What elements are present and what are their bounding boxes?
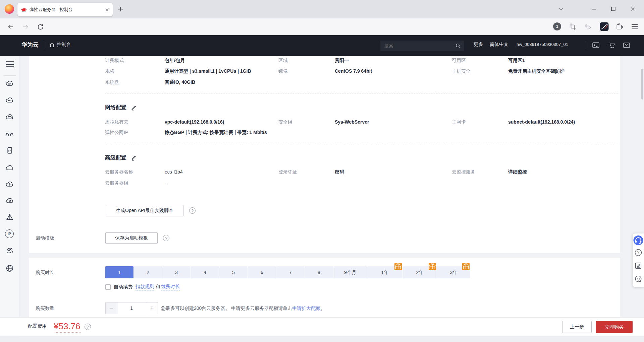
duration-option-6m[interactable]: 6 — [248, 266, 276, 278]
cart-icon[interactable] — [608, 42, 615, 49]
forward-icon[interactable] — [22, 23, 29, 30]
header-search[interactable] — [380, 41, 464, 51]
account-id[interactable]: hw_008618750930307_01 — [517, 42, 568, 47]
duration-option-1m[interactable]: 1 — [105, 266, 133, 278]
sidebar-item-identity-users[interactable] — [5, 246, 14, 256]
sidebar-item-cloud-dots[interactable] — [5, 96, 14, 105]
sidebar-item-elastic-ip[interactable]: IP — [5, 229, 14, 238]
window-close-button[interactable] — [630, 7, 635, 11]
duration-option-1y[interactable]: 1年 — [367, 266, 402, 278]
tab-title: 弹性云服务器 - 控制台 — [30, 7, 102, 13]
launch-template-help-icon[interactable]: ? — [163, 235, 169, 241]
tab-close-icon[interactable] — [105, 7, 109, 12]
config-summary-card: 计费模式 包年/包月 区域 贵阳一 可用区 可用区1 规格 通用计算型 | s3… — [29, 56, 620, 253]
quantity-increase-button[interactable]: + — [146, 302, 158, 314]
duration-options: 1 2 3 4 5 6 7 8 9个月 1年 2年 3年 — [105, 266, 471, 278]
duration-option-4m[interactable]: 4 — [191, 266, 219, 278]
extension-badge[interactable]: 1 — [553, 22, 561, 30]
edit-advanced-icon[interactable] — [131, 155, 137, 161]
autorenew-checkbox[interactable] — [105, 284, 111, 290]
edit-network-icon[interactable] — [131, 105, 137, 111]
deduction-rules-link[interactable]: 扣款规则 — [136, 284, 154, 290]
field-label: 可用区 — [452, 57, 466, 64]
duration-option-7m[interactable]: 7 — [276, 266, 305, 278]
quantity-decrease-button[interactable]: − — [106, 302, 117, 314]
menu-hamburger-icon[interactable] — [631, 24, 638, 29]
scrollbar-thumb[interactable] — [641, 69, 643, 99]
screenshot-crop-icon[interactable] — [569, 23, 576, 30]
extensions-puzzle-icon[interactable] — [616, 23, 623, 30]
field-label: 系统盘 — [105, 78, 119, 86]
browser-toolbar: https://console.huaweicloud.com/ecm/?age… — [0, 18, 644, 35]
sidebar-item-image-service[interactable] — [5, 146, 14, 156]
browser-tab[interactable]: HUAWEI 弹性云服务器 - 控制台 — [17, 3, 113, 16]
customer-service-icon[interactable] — [634, 235, 643, 245]
reload-icon[interactable] — [37, 23, 44, 30]
mail-icon[interactable] — [623, 43, 630, 48]
field-label: 区域 — [278, 57, 288, 64]
back-icon[interactable] — [7, 23, 14, 30]
cost-label: 配置费用 — [28, 323, 47, 329]
sidebar-item-auto-scaling[interactable] — [5, 129, 14, 139]
cost-value: ¥53.76 — [54, 321, 80, 333]
window-maximize-button[interactable] — [611, 7, 615, 11]
duration-option-2m[interactable]: 2 — [134, 266, 162, 278]
duration-option-9m[interactable]: 9个月 — [333, 266, 367, 278]
sidebar-item-cloud-pointer[interactable] — [5, 196, 14, 206]
save-launch-template-button[interactable]: 保存为启动模板 — [105, 232, 158, 244]
feedback-icon[interactable] — [635, 262, 642, 269]
search-icon[interactable] — [455, 43, 461, 49]
undo-arrow-icon[interactable] — [584, 23, 592, 30]
sidebar-divider — [3, 75, 16, 76]
brand-name[interactable]: 华为云 — [21, 41, 39, 49]
firefox-icon[interactable] — [5, 4, 14, 14]
sidebar-item-dedicated-host[interactable] — [5, 213, 14, 222]
gift-icon — [429, 263, 436, 270]
previous-step-button[interactable]: 上一步 — [562, 321, 592, 333]
sidebar-item-global-network[interactable] — [5, 264, 14, 273]
field-label: 登录凭证 — [278, 168, 297, 176]
sidebar-menu-icon[interactable] — [6, 61, 14, 68]
expand-quota-link[interactable]: 申请扩大配额 — [292, 305, 320, 311]
help-icon[interactable]: ? — [634, 249, 642, 257]
nav-console[interactable]: 控制台 — [57, 42, 71, 48]
field-label: 云服务器名称 — [105, 168, 133, 176]
duration-option-5m[interactable]: 5 — [219, 266, 248, 278]
console-terminal-icon[interactable] — [592, 42, 599, 48]
cost-help-icon[interactable]: ? — [85, 324, 91, 330]
duration-option-3m[interactable]: 3 — [162, 266, 191, 278]
svg-text:?: ? — [637, 250, 640, 255]
sidebar-item-plain-cloud[interactable] — [5, 163, 14, 173]
tab-list-chevron-icon[interactable] — [559, 7, 564, 11]
satisfaction-smiley-icon[interactable] — [635, 275, 642, 283]
duration-option-3y[interactable]: 3年 — [437, 266, 470, 278]
gift-icon — [462, 263, 470, 270]
openapi-help-icon[interactable]: ? — [189, 207, 196, 214]
sidebar-item-elastic-cloud-server[interactable] — [5, 79, 14, 88]
buy-now-button[interactable]: 立即购买 — [596, 321, 633, 333]
home-icon[interactable] — [49, 42, 55, 48]
section-divider — [105, 144, 618, 144]
renewal-duration-link[interactable]: 续费时长 — [161, 284, 180, 290]
field-value: subnet-default(192.168.0.0/24) — [508, 118, 575, 126]
favicon-wordmark: HUAWEI — [22, 11, 25, 12]
duration-option-8m[interactable]: 8 — [305, 266, 333, 278]
browser-tab-bar: HUAWEI 弹性云服务器 - 控制台 — [0, 0, 644, 18]
header-language[interactable]: 简体中文 — [490, 42, 508, 48]
quantity-input[interactable] — [117, 302, 146, 314]
sidebar-item-bare-metal-cloud[interactable] — [5, 113, 14, 122]
window-minimize-button[interactable] — [592, 9, 596, 10]
extension-dark-icon[interactable] — [600, 22, 609, 31]
search-input[interactable] — [380, 41, 451, 51]
header-more[interactable]: 更多 — [474, 42, 483, 48]
new-tab-button[interactable] — [118, 6, 123, 12]
sidebar-item-cloud-upload[interactable] — [5, 180, 14, 189]
field-label: 规格 — [105, 67, 114, 75]
sidebar: IP — [0, 56, 20, 342]
generate-openapi-button[interactable]: 生成Open API最佳实践脚本 — [106, 205, 183, 216]
console-header: HUAWEI 华为云 控制台 更多 简体中文 hw_00861875093030… — [0, 35, 644, 56]
header-divider-2 — [585, 41, 585, 49]
launch-template-label: 启动模板 — [36, 234, 54, 242]
duration-option-2y[interactable]: 2年 — [403, 266, 437, 278]
field-label: 云服务器组 — [105, 179, 128, 187]
